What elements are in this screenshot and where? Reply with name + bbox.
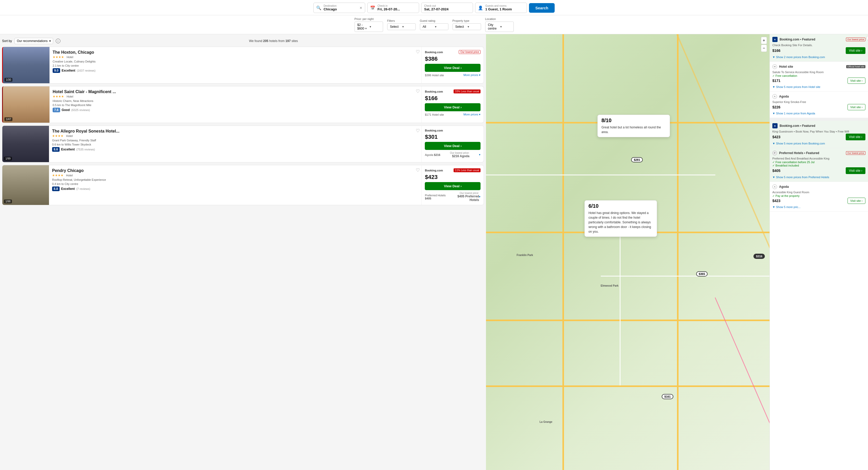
sort-info-icon[interactable]: i <box>56 39 60 43</box>
favorite-button[interactable]: ♡ <box>416 49 420 55</box>
hotel-image[interactable]: 1/98 <box>2 165 49 205</box>
more-prices-button[interactable]: ▾ <box>479 153 480 156</box>
guests-field[interactable]: 👤 Guests and rooms 1 Guest, 1 Room <box>475 3 527 13</box>
visit-site-button[interactable]: Visit site › <box>847 104 865 110</box>
deal-provider-row: A Agoda <box>772 94 865 99</box>
secondary-price-row: Agoda $216 Our lowest price: $216 Agoda … <box>425 151 480 158</box>
hotel-site-price: $171 Hotel site <box>425 113 444 116</box>
deals-section: B Booking.com • Featured King Guestroom … <box>770 121 868 148</box>
our-lowest-price: $405 Preferred Hotels <box>450 195 479 202</box>
rating-filter-value: All <box>423 25 433 29</box>
sort-label: Sort by <box>2 39 12 43</box>
hotel-type: Hotel <box>66 135 73 138</box>
favorite-button[interactable]: ♡ <box>416 88 420 94</box>
deal-description: Preferred Bed And Breakfast Accessible K… <box>772 157 865 160</box>
review-text: Hotel has great dining options. We staye… <box>588 211 653 234</box>
provider-name: Booking.com <box>425 51 443 54</box>
hotel-name[interactable]: Hotel Saint Clair - Magnificent ... <box>53 89 418 94</box>
hotel-rating: 7.6 Good (6325 reviews) <box>53 108 418 112</box>
map-price-bubble[interactable]: $281 <box>631 157 643 163</box>
deal-description: King Guestroom • Book Now, Pay When You … <box>772 130 865 133</box>
deal-check: ✓ Pay at the property <box>772 194 865 198</box>
map-price-bubble[interactable]: $365 <box>696 271 708 276</box>
show-more-link[interactable]: ▼ Show 2 more prices from Booking.com <box>772 56 825 59</box>
show-more-link[interactable]: ▼ Show 1 more price from Agoda <box>772 112 815 115</box>
visit-site-button[interactable]: Visit site › <box>847 198 865 204</box>
visit-site-button[interactable]: Visit site › <box>846 134 865 140</box>
hotel-name[interactable]: Pendry Chicago <box>52 168 418 173</box>
map-zoom-in[interactable]: + <box>761 37 767 44</box>
map-road <box>677 34 679 470</box>
sort-select[interactable]: Our recommendations ▾ <box>14 38 53 44</box>
deal-price-row: $171 Visit site › <box>772 78 865 84</box>
hotel-name[interactable]: The Hoxton, Chicago <box>53 50 418 55</box>
hotel-info: The Hoxton, Chicago ★★★★ Hotel Creative … <box>50 47 422 83</box>
deal-description: Check Booking Site For Details. <box>772 43 865 47</box>
checkin-field[interactable]: 📅 Check in Fri, 26-07-20... <box>367 3 419 13</box>
sort-bar: Sort by Our recommendations ▾ i We found… <box>2 36 484 47</box>
filters-select[interactable]: Select ▾ <box>387 23 416 30</box>
show-more-link[interactable]: ▼ Show 5 more prices from Preferred Hote… <box>772 176 829 179</box>
hotel-info: Pendry Chicago ★★★★ Hotel Rooftop Retrea… <box>49 165 422 205</box>
deal-price-value: $405 <box>772 169 780 173</box>
deal-provider-row: B Booking.com • Featured <box>772 123 865 128</box>
checkout-field[interactable]: Check out Sat, 27-07-2024 <box>421 3 473 13</box>
review-tooltip: 6/10 Hotel has great dining options. We … <box>585 200 657 237</box>
view-deal-button[interactable]: View Deal › <box>425 64 480 72</box>
image-counter: 1/98 <box>4 200 12 203</box>
hotel-image[interactable]: 1/47 <box>3 86 50 123</box>
location-filter: Location City centre ▾ <box>485 18 514 32</box>
show-more-link[interactable]: ▼ Show 5 more prices from Booking.com <box>772 142 825 145</box>
favorite-button[interactable]: ♡ <box>416 128 420 134</box>
map-zoom-out[interactable]: − <box>761 45 767 52</box>
map-area-label: Franklin Park <box>517 254 533 257</box>
hotel-stars: ★★★★ <box>53 95 64 98</box>
destination-field[interactable]: 🔍 Destination Chicago ✕ <box>313 3 365 13</box>
hotel-image[interactable]: 1/99 <box>2 126 49 162</box>
deal-price-value: $423 <box>772 135 780 139</box>
preferred-price: Preferred Hotels $405 <box>425 194 450 200</box>
hotel-name[interactable]: The Allegro Royal Sonesta Hotel... <box>52 129 418 134</box>
deal-check: ✓ Free cancellation <box>772 74 865 78</box>
clear-destination-icon[interactable]: ✕ <box>360 6 362 10</box>
deal-price: $386 <box>425 56 480 62</box>
hotel-rating: 9.0 Excellent (1637 reviews) <box>53 68 418 73</box>
checkin-label: Check in <box>377 4 400 7</box>
deal-price-row: $166 Visit site › <box>772 47 865 54</box>
view-deal-button[interactable]: View Deal › <box>425 142 480 150</box>
provider-name: Booking.com • Featured <box>780 124 865 128</box>
location-filter-select[interactable]: City centre ▾ <box>485 22 514 32</box>
view-deal-button[interactable]: View Deal › <box>425 182 480 190</box>
deal-price-value: $166 <box>772 49 780 53</box>
more-prices-button[interactable]: ▾ <box>479 195 480 199</box>
visit-site-button[interactable]: Visit site › <box>846 47 865 54</box>
hotel-info: Hotel Saint Clair - Magnificent ... ★★★★… <box>50 86 422 123</box>
price-filter-select[interactable]: $2 - $600 + ▾ <box>354 22 383 32</box>
deals-section: H Hotel site Official hotel site Salute … <box>770 62 868 92</box>
right-panel: $281 $316 $365 $161 Franklin Park Elmwoo… <box>486 34 868 470</box>
visit-site-button[interactable]: Visit site › <box>846 167 865 174</box>
rating-filter-select[interactable]: All ▾ <box>420 23 448 30</box>
more-prices-button[interactable]: More prices ▾ <box>463 113 481 116</box>
image-counter: 1/30 <box>4 78 12 82</box>
location-filter-label: Location <box>485 18 514 21</box>
show-more-link[interactable]: ▼ Show 5 more pric... <box>772 205 801 209</box>
show-more-link[interactable]: ▼ Show 5 more prices from Hotel site <box>772 85 820 88</box>
map-price-bubble[interactable]: $316 <box>753 254 765 259</box>
rating-badge: 8.6 <box>52 147 60 152</box>
destination-label: Destination <box>323 4 337 7</box>
image-counter: 1/47 <box>4 117 12 121</box>
visit-site-button[interactable]: Visit site › <box>847 78 865 84</box>
rating-label: Excellent <box>61 187 75 190</box>
provider-name: Preferred Hotels • Featured <box>779 151 844 155</box>
price-chevron-icon: ▾ <box>370 25 380 29</box>
hotel-image[interactable]: 1/30 <box>3 47 50 83</box>
property-filter-select[interactable]: Select ▾ <box>453 23 481 30</box>
price-filter-value: $2 - $600 + <box>358 23 368 30</box>
view-deal-button[interactable]: View Deal › <box>425 103 480 111</box>
deal-provider-row: B Booking.com • Featured Our lowest pric… <box>772 37 865 42</box>
map-price-bubble[interactable]: $161 <box>662 394 673 399</box>
search-button[interactable]: Search <box>529 3 554 13</box>
more-prices-button[interactable]: More prices ▾ <box>463 74 481 77</box>
favorite-button[interactable]: ♡ <box>416 167 420 173</box>
